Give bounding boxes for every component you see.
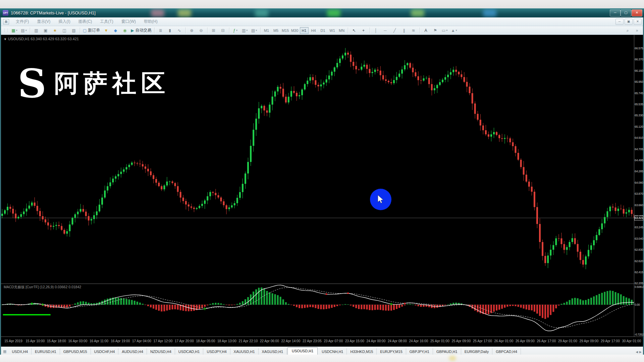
zoom-out-button[interactable]: ⊖	[197, 27, 206, 34]
chart-line-icon: ∿	[178, 28, 181, 33]
menu-item-tools[interactable]: 工具(T)	[96, 18, 117, 25]
child-close-button[interactable]: ✕	[634, 19, 642, 25]
symbol-tab-gbpusd[interactable]: GBPUSD,M15	[60, 348, 91, 355]
chevron-down-icon[interactable]: ▾	[25, 29, 27, 32]
chevron-down-icon[interactable]: ▾	[456, 29, 457, 32]
templates-button[interactable]: ▤▾	[250, 27, 259, 34]
close-button[interactable]: ✕	[632, 9, 642, 16]
maximize-button[interactable]: ▢	[621, 9, 631, 16]
autotrading-button[interactable]: ▶自动交易	[130, 27, 152, 34]
data-window-button[interactable]: ▣	[41, 27, 50, 34]
symbol-tab-xauusd[interactable]: XAUUSD,H1	[230, 348, 259, 355]
symbol-tab-usdcad[interactable]: USDCAD,H1	[175, 348, 204, 355]
navigator-button[interactable]: ★	[51, 27, 59, 34]
fibonacci-button[interactable]: ≋	[409, 27, 418, 34]
menu-item-window[interactable]: 窗口(W)	[117, 18, 140, 25]
menu-item-file[interactable]: 文件(F)	[12, 18, 33, 25]
collapse-triangle-icon[interactable]: ▼	[4, 38, 7, 41]
equidistant-channel-icon: ∥	[403, 28, 405, 33]
price-axis[interactable]: 66.57566.37066.16065.95065.74565.53565.3…	[634, 35, 643, 337]
vertical-line-button[interactable]: │	[372, 27, 380, 34]
macd-indicator-pane[interactable]	[1, 284, 636, 336]
text-button[interactable]: A	[422, 27, 430, 34]
tab-scroll-left-icon[interactable]: ◀	[636, 350, 638, 354]
toolbar-overflow-button[interactable]: »	[633, 27, 641, 34]
profiles-button[interactable]: ▤▾	[19, 27, 28, 34]
equidistant-channel-button[interactable]: ∥	[400, 27, 409, 34]
symbol-tab-usdx[interactable]: USDX,H4	[8, 348, 32, 355]
timeframe-m1-button[interactable]: M1	[262, 27, 271, 34]
child-minimize-button[interactable]: ─	[615, 19, 624, 25]
new-chart-button[interactable]: ▦▾	[10, 27, 19, 34]
timeframe-m5-button[interactable]: M5	[272, 27, 280, 34]
text-label-button[interactable]: ⚑	[431, 27, 440, 34]
chart-candles-button[interactable]: ▮	[166, 27, 174, 34]
symbol-tab-usdchf[interactable]: USDCHF,H4	[91, 348, 119, 355]
symbol-tab-usdjpy[interactable]: USDJPY,H4	[203, 348, 230, 355]
symbol-tab-gbpcad[interactable]: GBPCAD,H4	[492, 348, 521, 355]
search-button[interactable]: ⌕	[623, 27, 632, 34]
symbol-tab-usdcnh[interactable]: USDCNH,H1	[318, 348, 347, 355]
chevron-down-icon[interactable]: ▾	[236, 29, 237, 32]
horizontal-line-button[interactable]: ─	[381, 27, 390, 34]
time-tick-label: 22 Apr 06:00	[260, 339, 279, 343]
new-order-button[interactable]: ▢新订单	[82, 27, 101, 34]
chevron-down-icon[interactable]: ▾	[16, 29, 17, 32]
cursor-button[interactable]: ↖	[350, 27, 359, 34]
symbol-tab-audusd[interactable]: AUDUSD,H4	[118, 348, 147, 355]
chart-line-button[interactable]: ∿	[175, 27, 184, 34]
child-restore-button[interactable]: ▣	[625, 19, 633, 25]
toolbar-grip[interactable]: ⋮⋮	[3, 28, 9, 33]
chevron-down-icon[interactable]: ▾	[246, 29, 248, 32]
symbol-tab-gbpjpy[interactable]: GBPJPY,H1	[406, 348, 433, 355]
timeframe-w1-button[interactable]: W1	[328, 27, 337, 34]
symbol-tab-h33hkd[interactable]: H33HKD,M15	[347, 348, 377, 355]
crosshair-button[interactable]: +	[359, 27, 368, 34]
market-watch-button[interactable]: ▥	[32, 27, 41, 34]
timeframe-h1-button[interactable]: H1	[300, 27, 309, 34]
minimize-button[interactable]: ─	[610, 9, 621, 16]
tile-windows-button[interactable]: ⊟	[219, 27, 227, 34]
metaeditor-button[interactable]: ◆	[111, 27, 120, 34]
terminal-button[interactable]: ◫	[60, 27, 69, 34]
tab-list-icon[interactable]: ▦	[3, 349, 6, 354]
strategy-tester-button[interactable]: ▧	[69, 27, 78, 34]
tab-scroll-right-icon[interactable]: ▶	[639, 350, 642, 354]
arrows-button[interactable]: ▲▾	[450, 27, 459, 34]
chevron-down-icon[interactable]: ▾	[256, 29, 257, 32]
indicator-funnel-button[interactable]: ▼	[102, 27, 110, 34]
symbol-tab-nzdusd[interactable]: NZDUSD,H4	[147, 348, 175, 355]
chevron-down-icon[interactable]: ▾	[446, 29, 447, 32]
timeframe-h4-button[interactable]: H4	[309, 27, 318, 34]
price-tick-label: 63.040	[635, 237, 643, 240]
indicators-button[interactable]: ƒ▾	[231, 27, 240, 34]
periods-button[interactable]: ▥▾	[240, 27, 249, 34]
chart-menu-icon[interactable]: ▦	[3, 19, 9, 24]
chart-window[interactable]: ▼USOUSD,H1 63.340 63.429 63.320 63.421 S…	[1, 35, 643, 347]
trendline-button[interactable]: ╱	[390, 27, 399, 34]
auto-arrange-button[interactable]: ⊞	[209, 27, 218, 34]
timeframe-mn-button[interactable]: MN	[337, 27, 346, 34]
title-bar[interactable]: CPT 1066728: CPTMarkets-Live - [USOUSD,H…	[0, 8, 644, 17]
shapes-button[interactable]: ▭▾	[440, 27, 449, 34]
timeframe-d1-button[interactable]: D1	[319, 27, 327, 34]
toolbar-separator	[30, 27, 30, 34]
symbol-tab-xagusd[interactable]: XAGUSD,H1	[259, 348, 287, 355]
menu-item-view[interactable]: 显示(V)	[33, 18, 54, 25]
zoom-in-button[interactable]: ⊕	[187, 27, 196, 34]
symbol-tab-eurjpy[interactable]: EURJPY,M15	[377, 348, 406, 355]
timeframe-m30-button[interactable]: M30	[290, 27, 299, 34]
menu-item-insert[interactable]: 插入(I)	[54, 18, 74, 25]
timeframe-m15-button[interactable]: M15	[281, 27, 290, 34]
time-axis[interactable]: 15 Apr 201915 Apr 10:0015 Apr 18:0016 Ap…	[1, 337, 643, 347]
chart-bars-button[interactable]: ≣	[156, 27, 165, 34]
time-tick-label: 18 Apr 13:00	[217, 339, 236, 343]
symbol-tab-eurgbp[interactable]: EURGBP,Daily	[461, 348, 493, 355]
menu-item-help[interactable]: 帮助(H)	[140, 18, 162, 25]
symbol-tab-eurusd[interactable]: EURUSD,H1	[32, 348, 60, 355]
symbol-tab-usousd[interactable]: USOUSD,H1	[287, 347, 318, 355]
symbol-tab-gbpaud[interactable]: GBPAUD,H1	[433, 348, 461, 355]
signals-button[interactable]: ◉	[120, 27, 129, 34]
zoom-in-icon: ⊕	[190, 28, 194, 33]
menu-item-charts[interactable]: 图表(C)	[74, 18, 96, 25]
